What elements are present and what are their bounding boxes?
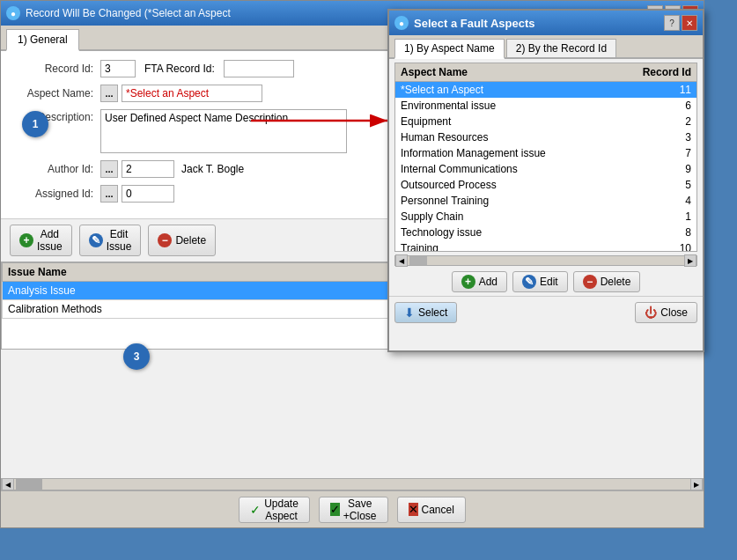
- author-id-ellipsis-button[interactable]: ...: [100, 160, 118, 178]
- issue-name-cell: Calibration Methods: [3, 300, 423, 319]
- add-issue-icon: +: [19, 233, 33, 247]
- dialog-close-x-button[interactable]: ✕: [682, 15, 697, 31]
- dialog-edit-button[interactable]: ✎ Edit: [512, 271, 568, 292]
- aspect-name-cell: Training: [395, 240, 614, 252]
- author-id-label: Author Id:: [14, 163, 93, 175]
- main-hscroll[interactable]: ◀ ▶: [1, 478, 704, 490]
- step-1-label: 1: [33, 118, 39, 130]
- col-issue-name: Issue Name: [3, 263, 423, 282]
- dialog-select-button[interactable]: ⬇ Select: [394, 302, 457, 323]
- dialog-help-button[interactable]: ?: [664, 15, 680, 31]
- scroll-left-button[interactable]: ◀: [2, 478, 14, 490]
- dialog-scroll-left[interactable]: ◀: [395, 254, 408, 267]
- dialog-action-buttons: + Add ✎ Edit − Delete: [389, 268, 703, 296]
- bottom-toolbar: ✓ UpdateAspect ✓ Save+Close ✕ Cancel: [1, 490, 704, 527]
- aspect-name-cell: *Select an Aspect: [395, 82, 614, 99]
- dialog-title-bar: ● Select a Fault Aspects ? ✕: [389, 11, 703, 35]
- cancel-button[interactable]: ✕ Cancel: [397, 497, 466, 523]
- scroll-thumb: [16, 479, 42, 490]
- aspect-table-row[interactable]: *Select an Aspect 11: [395, 82, 696, 99]
- aspect-table-row[interactable]: Information Management issue 7: [395, 145, 696, 161]
- assigned-id-ellipsis-button[interactable]: ...: [100, 185, 118, 203]
- col-record-id: Record Id: [614, 63, 696, 82]
- save-close-label: Save+Close: [343, 497, 377, 522]
- aspect-table-row[interactable]: Human Resources 3: [395, 129, 696, 145]
- scroll-track: [14, 479, 690, 490]
- dialog-scroll-thumb: [409, 256, 427, 265]
- cancel-icon: ✕: [409, 503, 418, 516]
- dialog-edit-icon: ✎: [522, 275, 536, 289]
- dialog-scroll-right[interactable]: ▶: [684, 254, 696, 267]
- aspect-record-id-cell: 10: [614, 240, 696, 252]
- aspect-name-cell: Outsourced Process: [395, 177, 614, 193]
- aspect-table-row[interactable]: Environmental issue 6: [395, 98, 696, 114]
- aspect-name-label: Aspect Name:: [14, 87, 93, 99]
- delete-issue-button[interactable]: − Delete: [148, 225, 216, 256]
- aspect-record-id-cell: 8: [614, 225, 696, 240]
- aspect-name-cell: Internal Communications: [395, 161, 614, 177]
- update-aspect-button[interactable]: ✓ UpdateAspect: [239, 497, 310, 523]
- aspect-name-cell: Technology issue: [395, 225, 614, 240]
- aspect-table-row[interactable]: Internal Communications 9: [395, 161, 696, 177]
- step-3-label: 3: [134, 350, 140, 363]
- edit-issue-button[interactable]: ✎ EditIssue: [79, 225, 142, 256]
- aspect-table-row[interactable]: Personnel Training 4: [395, 193, 696, 209]
- aspect-table-row[interactable]: Equipment 2: [395, 114, 696, 129]
- aspect-record-id-cell: 4: [614, 193, 696, 209]
- aspect-table-row[interactable]: Training 10: [395, 240, 696, 252]
- aspect-table: Aspect Name Record Id *Select an Aspect …: [395, 63, 696, 252]
- aspect-record-id-cell: 1: [614, 209, 696, 225]
- record-id-label: Record Id:: [14, 63, 93, 75]
- scroll-right-button[interactable]: ▶: [690, 478, 703, 490]
- author-name: Jack T. Bogle: [181, 163, 244, 175]
- issue-name-cell: Analysis Issue: [3, 282, 423, 300]
- select-fault-aspects-dialog: ● Select a Fault Aspects ? ✕ 1) By Aspec…: [387, 9, 704, 352]
- aspect-name-cell: Information Management issue: [395, 145, 614, 161]
- aspect-list-container: Aspect Name Record Id *Select an Aspect …: [394, 63, 697, 252]
- col-aspect-name: Aspect Name: [395, 63, 614, 82]
- fta-record-id-label: FTA Record Id:: [144, 63, 215, 75]
- dialog-tab-strip: 1) By Aspect Name 2) By the Record Id: [389, 35, 703, 59]
- fta-record-id-input[interactable]: [224, 60, 294, 77]
- dialog-edit-label: Edit: [540, 276, 558, 288]
- tab-by-record-id[interactable]: 2) By the Record Id: [506, 39, 616, 57]
- author-id-input[interactable]: [122, 160, 174, 178]
- add-issue-button[interactable]: + AddIssue: [10, 225, 72, 256]
- edit-issue-icon: ✎: [89, 233, 103, 247]
- aspect-record-id-cell: 11: [614, 82, 696, 99]
- step-circle-1: 1: [22, 111, 48, 137]
- dialog-delete-icon: −: [583, 275, 597, 289]
- select-label: Select: [418, 306, 447, 319]
- aspect-name-input[interactable]: [122, 85, 262, 102]
- record-id-input[interactable]: [100, 60, 136, 77]
- update-checkmark-icon: ✓: [250, 503, 261, 517]
- tab-by-aspect-name[interactable]: 1) By Aspect Name: [394, 39, 505, 59]
- update-aspect-label: UpdateAspect: [264, 497, 298, 522]
- select-icon: ⬇: [404, 306, 415, 320]
- aspect-name-cell: Human Resources: [395, 129, 614, 145]
- dialog-title-text: Select a Fault Aspects: [414, 17, 662, 30]
- aspect-record-id-cell: 5: [614, 177, 696, 193]
- save-close-button[interactable]: ✓ Save+Close: [319, 497, 388, 523]
- dialog-add-icon: +: [461, 275, 475, 289]
- aspect-record-id-cell: 6: [614, 98, 696, 114]
- dialog-bottom-close-button[interactable]: ⏻ Close: [635, 302, 697, 323]
- dialog-scrollbar[interactable]: ◀ ▶: [394, 255, 697, 266]
- step-circle-3: 3: [123, 343, 150, 370]
- aspect-table-row[interactable]: Outsourced Process 5: [395, 177, 696, 193]
- aspect-table-row[interactable]: Technology issue 8: [395, 225, 696, 240]
- dialog-bottom-buttons: ⬇ Select ⏻ Close: [389, 296, 703, 328]
- aspect-table-row[interactable]: Supply Chain 1: [395, 209, 696, 225]
- aspect-name-cell: Equipment: [395, 114, 614, 129]
- aspect-record-id-cell: 3: [614, 129, 696, 145]
- tab-general[interactable]: 1) General: [6, 29, 79, 51]
- dialog-scroll-track: [408, 256, 684, 265]
- assigned-id-input[interactable]: [122, 185, 174, 203]
- dialog-delete-button[interactable]: − Delete: [573, 271, 641, 292]
- save-close-icon: ✓: [330, 503, 340, 516]
- cancel-label: Cancel: [422, 504, 454, 516]
- delete-issue-icon: −: [158, 233, 172, 247]
- dialog-add-button[interactable]: + Add: [452, 271, 507, 292]
- aspect-name-ellipsis-button[interactable]: ...: [100, 85, 118, 102]
- dialog-icon: ●: [394, 16, 409, 30]
